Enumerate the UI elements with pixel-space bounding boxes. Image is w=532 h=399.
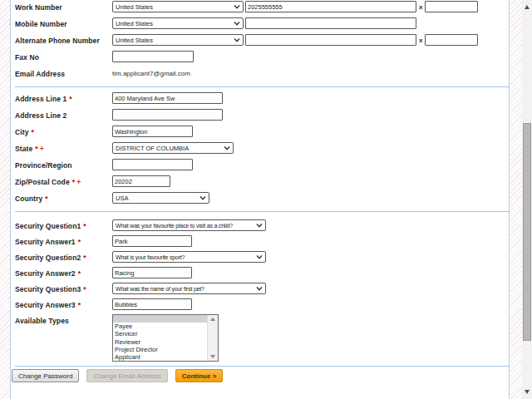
mobile-number-label: Mobile Number	[15, 17, 112, 28]
plus-marker: +	[40, 145, 44, 153]
security-question2-value: What is your favourite sport?	[116, 254, 185, 260]
security-answer1-row: Security Answer1*	[15, 235, 509, 247]
address-line1-input[interactable]	[112, 92, 223, 104]
security-question3-select[interactable]: What was the name of your first pet?	[112, 283, 266, 294]
required-asterisk: *	[35, 145, 37, 153]
alternate-country-select[interactable]: United States	[112, 34, 244, 46]
listbox-scrollbar[interactable]	[207, 315, 218, 361]
form-actions: Change Password Change Email Address Con…	[12, 369, 509, 382]
chevron-down-icon	[234, 5, 240, 9]
mobile-country-value: United States	[116, 20, 153, 27]
city-row: City*	[15, 126, 509, 137]
work-number-label: Work Number	[15, 1, 112, 12]
change-email-address-button[interactable]: Change Email Address	[86, 369, 167, 382]
state-row: State*+ DISTRICT OF COLUMBIA	[15, 142, 509, 154]
city-input[interactable]	[112, 126, 193, 137]
work-number-row: Work Number United States x	[15, 1, 509, 12]
alternate-ext-label: x	[419, 37, 422, 44]
list-item[interactable]: Reviewer	[113, 338, 207, 346]
address-line2-input[interactable]	[112, 109, 223, 121]
security-question3-label: Security Question3*	[15, 283, 112, 293]
work-ext-input[interactable]	[425, 1, 478, 12]
required-asterisk: *	[69, 95, 71, 103]
zip-row: Zip/Postal Code*+	[15, 175, 509, 187]
security-answer1-label: Security Answer1*	[15, 235, 112, 246]
country-select[interactable]: USA	[112, 192, 209, 204]
security-question3-value: What was the name of your first pet?	[116, 286, 204, 292]
country-row: Country* USA	[15, 192, 509, 204]
mobile-country-select[interactable]: United States	[112, 17, 244, 29]
required-asterisk: *	[83, 254, 86, 262]
change-password-button[interactable]: Change Password	[12, 369, 79, 382]
zip-label: Zip/Postal Code*+	[15, 175, 112, 186]
list-item[interactable]: Applicant	[113, 353, 207, 361]
list-item[interactable]	[113, 315, 207, 323]
country-label: Country*	[15, 192, 112, 203]
province-input[interactable]	[112, 159, 193, 170]
address-line2-row: Address Line 2	[15, 109, 509, 121]
alternate-phone-row: Alternate Phone Number United States x	[15, 34, 509, 46]
email-label: Email Address	[15, 67, 112, 78]
security-question1-label: Security Question1*	[15, 219, 112, 230]
address-line2-label: Address Line 2	[15, 109, 112, 120]
security-answer3-input[interactable]	[112, 298, 192, 310]
security-question1-row: Security Question1* What was your favour…	[15, 219, 509, 231]
alternate-ext-input[interactable]	[425, 34, 478, 46]
security-section: Security Question1* What was your favour…	[15, 212, 509, 362]
alternate-country-value: United States	[116, 37, 153, 44]
list-item[interactable]: Payee	[113, 323, 207, 330]
security-answer2-input[interactable]	[112, 267, 192, 278]
page-scrollbar[interactable]	[522, 0, 532, 399]
contact-section: Work Number United States x Mobile Numbe…	[15, 0, 509, 78]
account-details-form-page: Work Number United States x Mobile Numbe…	[0, 0, 532, 399]
mobile-number-input[interactable]	[245, 17, 416, 29]
list-item[interactable]: Servicer	[113, 330, 207, 337]
chevron-down-icon	[256, 224, 263, 228]
scroll-down-icon[interactable]	[210, 355, 215, 358]
continue-button[interactable]: Continue >	[175, 369, 224, 382]
left-margin-pattern	[0, 0, 11, 399]
fax-input[interactable]	[112, 51, 194, 62]
available-types-row: Available Types Payee Servicer Reviewer …	[15, 314, 509, 362]
right-margin-pattern	[509, 0, 522, 399]
scroll-down-icon[interactable]	[525, 390, 530, 394]
security-answer1-input[interactable]	[112, 235, 192, 247]
chevron-down-icon	[256, 287, 263, 291]
zip-input[interactable]	[112, 175, 170, 187]
list-item[interactable]: Project Director	[113, 346, 207, 353]
chevron-down-icon	[256, 255, 263, 259]
country-value: USA	[116, 195, 128, 202]
security-answer3-row: Security Answer3*	[15, 298, 509, 310]
required-asterisk: *	[83, 222, 86, 230]
alternate-number-input[interactable]	[245, 34, 416, 46]
fax-row: Fax No	[15, 51, 509, 62]
province-row: Province/Region	[15, 159, 509, 170]
security-answer3-label: Security Answer3*	[15, 298, 112, 309]
scroll-up-icon[interactable]	[525, 5, 530, 9]
security-question2-label: Security Question2*	[15, 251, 112, 262]
work-country-select[interactable]: United States	[112, 1, 244, 12]
address-line1-label: Address Line 1*	[15, 92, 112, 103]
required-asterisk: *	[78, 301, 81, 309]
state-select[interactable]: DISTRICT OF COLUMBIA	[112, 142, 234, 154]
security-question2-select[interactable]: What is your favourite sport?	[112, 251, 266, 263]
state-value: DISTRICT OF COLUMBIA	[116, 145, 189, 152]
province-label: Province/Region	[15, 159, 112, 170]
address-line1-row: Address Line 1*	[15, 92, 509, 104]
security-question1-value: What was your favourite place to visit a…	[116, 223, 233, 229]
available-types-options: Payee Servicer Reviewer Project Director…	[113, 315, 207, 361]
required-asterisk: *	[83, 285, 86, 293]
security-question3-row: Security Question3* What was the name of…	[15, 283, 509, 294]
scrollbar-thumb[interactable]	[523, 123, 531, 341]
required-asterisk: *	[45, 195, 47, 203]
available-types-listbox[interactable]: Payee Servicer Reviewer Project Director…	[112, 314, 219, 362]
mobile-number-row: Mobile Number United States	[15, 17, 509, 29]
address-section: Address Line 1* Address Line 2 City* Sta…	[15, 87, 509, 204]
section-divider	[15, 366, 509, 367]
work-number-input[interactable]	[245, 1, 416, 12]
required-asterisk: *	[78, 269, 81, 278]
fax-label: Fax No	[15, 51, 112, 62]
scroll-up-icon[interactable]	[210, 318, 215, 321]
security-question1-select[interactable]: What was your favourite place to visit a…	[112, 219, 266, 231]
chevron-down-icon	[234, 38, 240, 42]
